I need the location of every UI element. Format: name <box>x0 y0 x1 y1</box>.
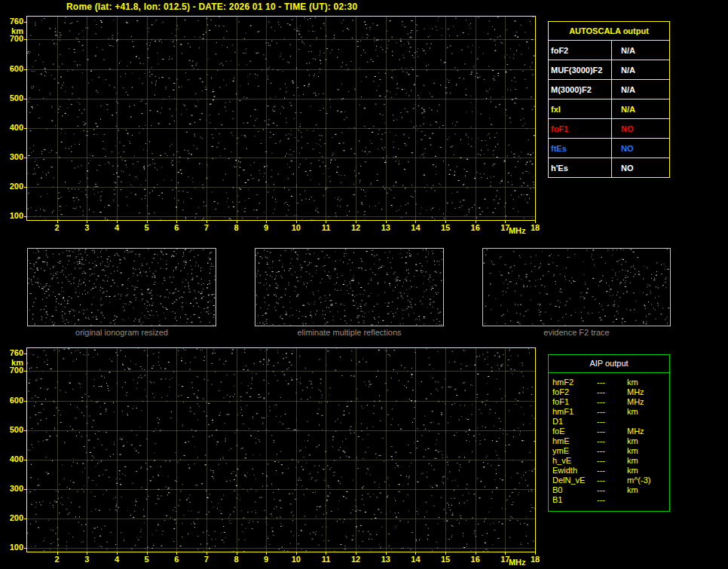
x-axis-unit-label: MHz <box>509 558 526 567</box>
aip-param: Ewidth <box>549 466 597 476</box>
x-axis-tick <box>535 221 536 223</box>
x-axis-tick <box>505 221 506 223</box>
aip-param: foE <box>549 427 597 436</box>
aip-param: B0 <box>549 485 597 495</box>
y-axis-tick <box>24 489 26 490</box>
aip-param: hmF2 <box>549 378 597 387</box>
x-axis-label: 2 <box>55 555 60 564</box>
aip-row: ymE---km <box>549 446 669 456</box>
thumbnail-f2-trace <box>482 248 671 326</box>
aip-param: D1 <box>549 417 597 427</box>
aip-row: B0---km <box>549 485 669 495</box>
autoscala-table-header: AUTOSCALA output <box>549 22 670 41</box>
x-axis-tick <box>147 552 148 555</box>
x-axis-label: 9 <box>264 555 268 564</box>
x-axis-label: 12 <box>351 224 360 232</box>
y-axis-tick <box>24 99 26 99</box>
x-axis-tick <box>326 221 326 223</box>
x-axis-label: 9 <box>264 224 268 232</box>
value-cell: NO <box>612 119 670 139</box>
y-axis-tick <box>24 128 26 129</box>
aip-param: hmE <box>549 436 597 446</box>
table-row: foF2N/A <box>549 41 670 60</box>
value-cell: NO <box>612 139 670 158</box>
x-axis-label: 3 <box>84 555 89 564</box>
value-cell: N/A <box>612 41 670 60</box>
x-axis-label: 11 <box>322 224 331 232</box>
thumbnail-f2-trace-canvas <box>483 249 670 326</box>
aip-row: hmF2---km <box>549 378 669 387</box>
x-axis-tick <box>176 221 177 223</box>
aip-row: hmE---km <box>549 436 669 446</box>
x-axis-tick <box>206 552 207 555</box>
aip-param: foF2 <box>549 387 597 397</box>
x-axis-tick <box>87 552 87 555</box>
param-cell: MUF(3000)F2 <box>549 60 612 80</box>
y-axis-label: 100 <box>0 212 23 220</box>
param-cell: h'Es <box>549 158 612 178</box>
x-axis-tick <box>266 221 267 223</box>
y-axis-tick <box>24 430 26 431</box>
x-axis-label: 10 <box>292 224 301 232</box>
aip-value: --- <box>597 456 627 466</box>
param-cell: M(3000)F2 <box>549 80 612 99</box>
x-axis-tick <box>57 221 58 223</box>
aip-unit: km <box>627 466 669 476</box>
y-axis-tick <box>24 187 26 188</box>
y-axis-label: 100 <box>0 543 23 552</box>
aip-table-header: AIP output <box>549 355 669 373</box>
aip-unit: km <box>627 446 669 456</box>
aip-param: ymE <box>549 446 597 456</box>
aip-unit: MHz <box>627 427 669 436</box>
x-axis-tick <box>296 552 297 555</box>
x-axis-tick <box>505 552 506 555</box>
x-axis-label: 18 <box>531 555 540 564</box>
x-axis-tick <box>117 552 118 555</box>
y-axis-tick <box>24 519 26 519</box>
x-axis-label: 12 <box>351 555 360 564</box>
aip-value: --- <box>597 436 627 446</box>
y-axis-tick <box>24 401 26 402</box>
aip-unit: km <box>627 407 669 417</box>
x-axis-tick <box>237 552 237 555</box>
value-cell: N/A <box>612 99 670 119</box>
table-row: h'EsNO <box>549 158 670 178</box>
table-row: fxlN/A <box>549 99 670 119</box>
x-axis-label: 6 <box>174 224 179 232</box>
thumbnail-caption-f2-trace: evidence F2 trace <box>482 328 671 337</box>
x-axis-label: 7 <box>204 224 209 232</box>
aip-value: --- <box>597 466 627 476</box>
x-axis-label: 5 <box>145 555 149 564</box>
x-axis-tick <box>326 552 326 555</box>
x-axis-tick <box>415 221 416 223</box>
aip-unit: km <box>627 378 669 387</box>
aip-row: D1--- <box>549 417 669 427</box>
x-axis-tick <box>476 552 476 555</box>
aip-unit: km <box>627 436 669 446</box>
x-axis-label: 16 <box>471 224 480 232</box>
x-axis-label: 2 <box>55 224 60 232</box>
x-axis-tick <box>176 552 177 555</box>
y-axis-tick <box>24 158 26 158</box>
table-header-row: AUTOSCALA output <box>549 22 670 41</box>
x-axis-tick <box>415 552 416 555</box>
y-axis-label: 300 <box>0 153 23 161</box>
y-axis-tick <box>24 548 26 549</box>
aip-value: --- <box>597 378 627 387</box>
aip-unit: MHz <box>627 387 669 397</box>
param-cell: foF2 <box>549 41 612 60</box>
y-axis-label: 760 <box>0 349 23 357</box>
aip-param: DelN_vE <box>549 476 597 485</box>
param-cell: foF1 <box>549 119 612 139</box>
x-axis-label: 4 <box>115 555 119 564</box>
x-axis-label: 8 <box>234 224 238 232</box>
x-axis-tick <box>117 221 118 223</box>
aip-value: --- <box>597 407 627 417</box>
y-axis-label: 700 <box>0 35 23 43</box>
aip-param: foF1 <box>549 397 597 407</box>
y-axis-label: 700 <box>0 366 23 375</box>
x-axis-tick <box>476 221 476 223</box>
y-axis-label: 600 <box>0 65 23 73</box>
x-axis-tick <box>386 552 387 555</box>
x-axis-label: 4 <box>115 224 119 232</box>
